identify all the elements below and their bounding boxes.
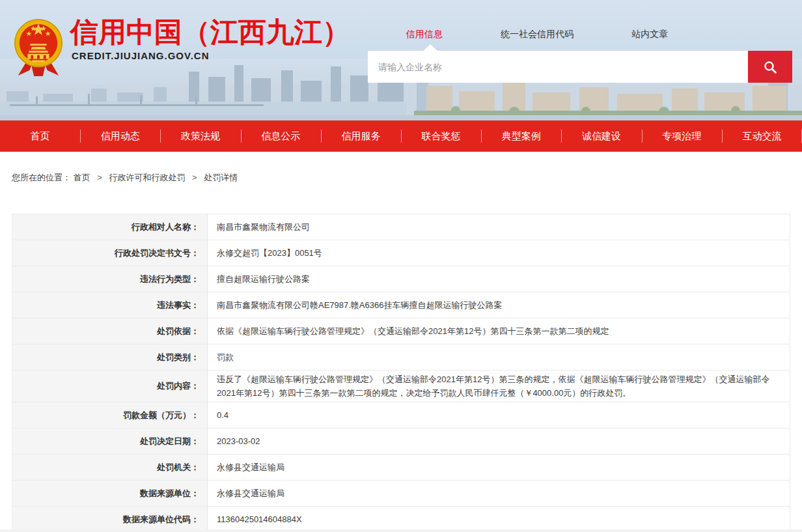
field-label: 行政处罚决定书文号： — [12, 240, 208, 266]
field-label: 行政相对人名称： — [12, 214, 208, 240]
field-label: 处罚决定日期： — [12, 428, 208, 454]
site-logo: 信用中国（江西九江） CREDIT.JIUJIANG.GOV.CN — [13, 17, 350, 78]
site-url: CREDIT.JIUJIANG.GOV.CN — [72, 50, 350, 61]
breadcrumb-separator: > — [192, 173, 197, 182]
nav-item-special-governance[interactable]: 专项治理 — [642, 120, 722, 152]
field-value: 11360425014604884X — [208, 507, 790, 532]
page-bottom-strip — [0, 529, 802, 532]
field-value: 南昌市鑫聚物流有限公司 — [208, 214, 790, 240]
field-label: 处罚机关： — [12, 455, 208, 480]
row-penalty-content: 处罚内容： 违反了《超限运输车辆行驶公路管理规定》（交通运输部令2021年第12… — [12, 371, 790, 402]
search-tab-unified-social-credit-code[interactable]: 统一社会信用代码 — [480, 27, 593, 40]
field-label: 违法行为类型： — [12, 266, 208, 292]
site-title: 信用中国（江西九江） — [70, 17, 350, 48]
field-label: 违法事实： — [12, 292, 208, 318]
nav-item-credit-news[interactable]: 信用动态 — [80, 120, 160, 152]
field-value: 0.4 — [208, 402, 790, 428]
field-label: 处罚类别： — [12, 344, 208, 370]
row-penalty-authority: 处罚机关： 永修县交通运输局 — [12, 455, 790, 481]
field-value: 永修县交通运输局 — [208, 481, 790, 506]
search-tab-credit-info[interactable]: 信用信息 — [368, 27, 480, 40]
field-value: 永修交超罚【2023】0051号 — [208, 240, 790, 266]
row-violation-facts: 违法事实： 南昌市鑫聚物流有限公司赣AE7987.赣A6366挂车辆擅自超限运输… — [12, 292, 790, 318]
row-party-name: 行政相对人名称： 南昌市鑫聚物流有限公司 — [12, 214, 790, 240]
field-value: 依据《超限运输车辆行驶公路管理规定》（交通运输部令2021年第12号）第四十三条… — [208, 318, 790, 344]
search-tabs: 信用信息 统一社会信用代码 站内文章 — [368, 27, 706, 40]
row-decision-date: 处罚决定日期： 2023-03-02 — [12, 428, 790, 455]
nav-item-joint-rewards-punishments[interactable]: 联合奖惩 — [401, 120, 481, 152]
field-label: 罚款金额（万元）： — [12, 402, 208, 428]
search-box — [368, 51, 792, 83]
field-value: 违反了《超限运输车辆行驶公路管理规定》（交通运输部令2021年第12号）第三条的… — [208, 371, 790, 402]
penalty-detail-table: 行政相对人名称： 南昌市鑫聚物流有限公司 行政处罚决定书文号： 永修交超罚【20… — [12, 214, 790, 532]
field-value: 罚款 — [208, 344, 790, 370]
row-violation-type: 违法行为类型： 擅自超限运输行驶公路案 — [12, 266, 790, 292]
row-fine-amount: 罚款金额（万元）： 0.4 — [12, 402, 790, 428]
search-input[interactable] — [368, 51, 748, 83]
nav-item-integrity-building[interactable]: 诚信建设 — [561, 120, 641, 152]
search-area: 信用信息 统一社会信用代码 站内文章 — [368, 27, 792, 83]
row-penalty-category: 处罚类别： 罚款 — [12, 344, 790, 371]
search-button[interactable] — [748, 51, 792, 83]
nav-item-interaction[interactable]: 互动交流 — [722, 120, 802, 152]
search-tab-site-articles[interactable]: 站内文章 — [594, 27, 706, 40]
search-icon — [762, 59, 778, 75]
row-data-source-unit: 数据来源单位： 永修县交通运输局 — [12, 481, 790, 507]
brand-text: 信用中国（江西九江） CREDIT.JIUJIANG.GOV.CN — [70, 17, 350, 61]
national-emblem-icon — [13, 17, 64, 78]
active-tab-pointer — [423, 44, 437, 51]
breadcrumb-separator: > — [97, 173, 102, 182]
breadcrumb-penalty-detail: 处罚详情 — [204, 173, 238, 182]
row-data-source-unit-code: 数据来源单位代码： 11360425014604884X — [12, 507, 790, 532]
field-label: 数据来源单位： — [12, 481, 208, 506]
site-banner: 信用中国（江西九江） CREDIT.JIUJIANG.GOV.CN 信用信息 统… — [0, 0, 802, 120]
field-label: 处罚依据： — [12, 318, 208, 344]
nav-item-policies-regulations[interactable]: 政策法规 — [160, 120, 240, 152]
main-nav: 首页 信用动态 政策法规 信息公示 信用服务 联合奖惩 典型案例 诚信建设 专项… — [0, 120, 802, 152]
breadcrumb-licenses-and-penalties[interactable]: 行政许可和行政处罚 — [109, 173, 185, 182]
field-value: 擅自超限运输行驶公路案 — [208, 266, 790, 292]
field-label: 处罚内容： — [12, 371, 208, 402]
nav-item-typical-cases[interactable]: 典型案例 — [481, 120, 561, 152]
field-value: 2023-03-02 — [208, 428, 790, 454]
field-value: 南昌市鑫聚物流有限公司赣AE7987.赣A6366挂车辆擅自超限运输行驶公路案 — [208, 292, 790, 318]
breadcrumb-home[interactable]: 首页 — [74, 173, 90, 182]
field-label: 数据来源单位代码： — [12, 507, 208, 532]
nav-item-credit-services[interactable]: 信用服务 — [321, 120, 401, 152]
row-penalty-basis: 处罚依据： 依据《超限运输车辆行驶公路管理规定》（交通运输部令2021年第12号… — [12, 318, 790, 344]
nav-item-info-disclosure[interactable]: 信息公示 — [241, 120, 321, 152]
field-value: 永修县交通运输局 — [208, 455, 790, 480]
nav-item-home[interactable]: 首页 — [0, 120, 80, 152]
breadcrumb-prefix: 您所在的位置： — [12, 173, 71, 182]
breadcrumb: 您所在的位置： 首页 > 行政许可和行政处罚 > 处罚详情 — [12, 171, 790, 184]
row-decision-document-number: 行政处罚决定书文号： 永修交超罚【2023】0051号 — [12, 240, 790, 266]
